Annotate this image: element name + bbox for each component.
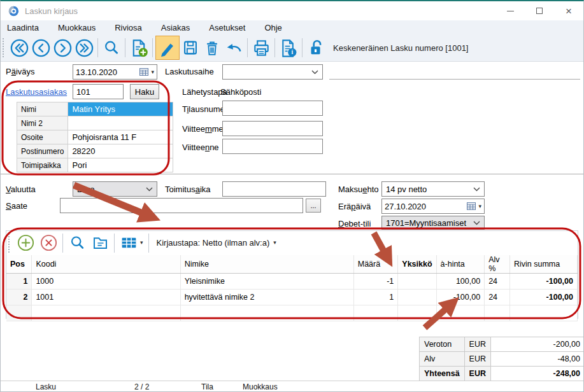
line-item-cell[interactable] <box>436 305 485 321</box>
save-icon <box>181 38 200 57</box>
statusbar-item-2: Tila <box>201 382 213 391</box>
menu-item-asetukset[interactable]: Asetukset <box>204 22 250 34</box>
calendar-icon <box>467 202 476 210</box>
column-header-5[interactable]: à-hinta <box>436 255 485 274</box>
line-item-cell[interactable] <box>509 305 577 321</box>
line-item-cell[interactable]: -100,00 <box>509 290 577 305</box>
line-item-cell[interactable] <box>6 305 32 321</box>
menu-item-muokkaus[interactable]: Muokkaus <box>53 22 101 34</box>
previous-record-button[interactable] <box>30 36 52 59</box>
kirjaustapa-dropdown[interactable]: Kirjaustapa: Netto (ilman alv:a) ▾ <box>157 238 276 248</box>
valuutta-select[interactable]: Euro <box>73 181 157 197</box>
customer-field-value[interactable] <box>68 116 173 130</box>
toolbar-separator <box>274 38 275 57</box>
undo-icon <box>224 38 243 57</box>
column-header-7[interactable]: Rivin summa <box>509 255 577 274</box>
customer-info-row: Nimi 2 <box>17 116 173 130</box>
close-button[interactable]: × <box>554 1 583 20</box>
totals-cell: EUR <box>464 352 490 367</box>
last-record-button[interactable] <box>73 36 95 59</box>
line-item-cell[interactable]: 1 <box>353 290 398 305</box>
delete-row-button[interactable] <box>37 234 60 253</box>
edit-button[interactable] <box>155 36 180 60</box>
line-item-cell[interactable]: -1 <box>353 274 398 290</box>
customer-field-value[interactable]: Matin Yritys <box>68 102 173 116</box>
line-item-cell[interactable]: Yleisnimike <box>180 274 353 290</box>
saate-more-button[interactable]: ... <box>306 199 321 213</box>
add-row-button[interactable] <box>14 234 37 253</box>
document-info-button[interactable]: i <box>278 36 299 59</box>
maximize-button[interactable] <box>525 1 554 20</box>
line-item-cell[interactable]: 24 <box>485 274 510 290</box>
line-item-cell[interactable]: -100,00 <box>509 274 577 290</box>
customer-field-value[interactable]: 28220 <box>68 144 173 158</box>
toimitusaika-input[interactable] <box>222 181 326 197</box>
line-item-cell[interactable] <box>398 274 436 290</box>
maksuehto-select[interactable]: 14 pv netto <box>381 181 485 197</box>
minimize-button[interactable] <box>495 1 525 20</box>
line-item-cell[interactable]: 2 <box>6 290 32 305</box>
line-item-cell[interactable]: 1 <box>6 274 32 290</box>
menu-item-riviosa[interactable]: Riviosa <box>110 22 147 34</box>
paivays-datefield[interactable]: 13.10.2020 ▾ <box>73 64 157 80</box>
line-item-cell[interactable]: hyvitettävä nimike 2 <box>180 290 353 305</box>
main-toolbar: i Keskeneräinen Lasku numero [1001] <box>1 34 583 62</box>
line-item-cell[interactable] <box>485 305 510 321</box>
totals-cell: -248,00 <box>491 367 584 381</box>
first-record-button[interactable] <box>8 36 30 59</box>
menu-item-asiakas[interactable]: Asiakas <box>156 22 196 34</box>
table-grid-icon <box>120 234 138 252</box>
tilausnumero-input[interactable] <box>222 101 323 116</box>
next-record-button[interactable] <box>52 36 73 59</box>
column-header-1[interactable]: Koodi <box>32 255 180 274</box>
line-item-cell[interactable]: 1000 <box>32 274 180 290</box>
column-header-2[interactable]: Nimike <box>180 255 353 274</box>
save-button[interactable] <box>180 36 201 59</box>
viitteenne-input[interactable] <box>222 139 323 154</box>
line-item-cell[interactable] <box>398 305 436 321</box>
menu-item-ohje[interactable]: Ohje <box>259 22 287 34</box>
undo-button[interactable] <box>223 36 245 59</box>
line-item-cell[interactable] <box>180 305 353 321</box>
totals-cell: Alv <box>420 352 465 367</box>
grid-dropdown-icon[interactable]: ▾ <box>140 240 143 246</box>
column-header-3[interactable]: Määrä <box>353 255 398 274</box>
column-header-0[interactable]: Pos <box>6 255 32 274</box>
line-item-cell[interactable] <box>353 305 398 321</box>
open-item-button[interactable] <box>89 234 111 253</box>
laskutusaihe-select[interactable] <box>222 64 323 80</box>
line-item-cell[interactable]: 24 <box>485 290 510 305</box>
column-header-6[interactable]: Alv % <box>485 255 510 274</box>
print-button[interactable] <box>250 36 272 59</box>
line-item-cell[interactable]: -100,00 <box>436 290 485 305</box>
saate-input[interactable] <box>60 198 303 213</box>
paivays-value: 13.10.2020 <box>76 67 139 77</box>
customer-field-value[interactable]: Pori <box>68 158 173 172</box>
minimize-icon <box>507 11 514 11</box>
haku-button[interactable]: Haku <box>130 84 159 99</box>
viitteemme-input[interactable] <box>222 121 323 136</box>
column-header-4[interactable]: Yksikkö <box>398 255 436 274</box>
menu-bar: LaadintaMuokkausRiviosaAsiakasAsetuksetO… <box>1 20 583 34</box>
next-record-icon <box>53 38 73 58</box>
delete-button[interactable] <box>201 36 223 59</box>
line-item-cell[interactable] <box>398 290 436 305</box>
grid-view-button[interactable] <box>117 234 140 253</box>
menu-item-laadinta[interactable]: Laadinta <box>2 22 44 34</box>
totals-cell: Veroton <box>420 337 465 352</box>
laskutusasiakas-link[interactable]: Laskutusasiakas <box>6 87 67 97</box>
line-item-cell[interactable] <box>32 305 180 321</box>
status-bar: Lasku2 / 2TilaMuokkaus <box>1 381 583 391</box>
line-item-cell[interactable]: 1001 <box>32 290 180 305</box>
customer-field-value[interactable]: Pohjoisranta 11 F <box>68 130 173 144</box>
toolbar-gripper <box>8 234 11 253</box>
customer-info-row: NimiMatin Yritys <box>17 102 173 116</box>
customer-code-input[interactable] <box>73 84 124 99</box>
search-button[interactable] <box>101 36 122 59</box>
debet-tili-select[interactable]: 1701=Myyntisaamiset <box>381 216 485 230</box>
search-rows-button[interactable] <box>66 234 89 253</box>
new-invoice-button[interactable] <box>128 36 150 59</box>
lock-button[interactable] <box>305 36 327 59</box>
line-item-cell[interactable]: 100,00 <box>436 274 485 290</box>
erapaiva-datefield[interactable]: 27.10.2020 ▾ <box>381 199 485 214</box>
